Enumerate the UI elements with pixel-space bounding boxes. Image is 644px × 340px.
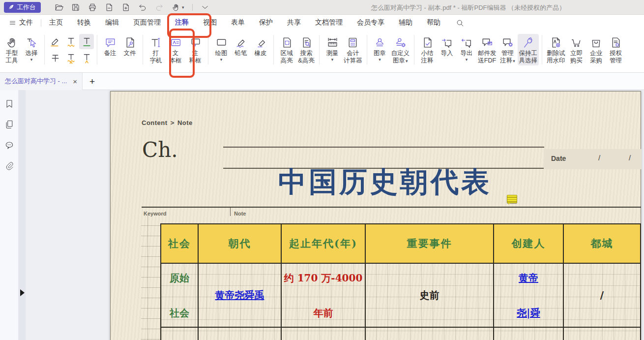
ribbon-insert-text-button[interactable] <box>79 50 94 65</box>
ribbon-stamp-button[interactable]: 图章▾ <box>370 34 390 63</box>
ribbon-license-manage-button[interactable]: 授权管理 <box>606 34 626 65</box>
ribbon-calculator-button[interactable]: 会计计算器 <box>342 34 364 65</box>
titlebar: 工作台 ▾ 怎么面对高中学习 - 副本.pdf * - 福昕PDF编辑器 （未经… <box>0 0 644 15</box>
ribbon-highlight-button[interactable] <box>48 34 62 49</box>
ribbon-summarize-comments-button[interactable]: 小结注释 <box>417 34 437 65</box>
ribbon-pencil-button[interactable]: 铅笔 <box>231 34 251 58</box>
toolbar-separator <box>192 4 193 11</box>
page-thumbnails-icon[interactable] <box>4 120 14 129</box>
menu-convert[interactable]: 转换 <box>77 18 91 27</box>
menu-home[interactable]: 主页 <box>49 18 63 27</box>
menu-form[interactable]: 表单 <box>231 18 245 27</box>
ribbon-buy-now-button[interactable]: 立即购买 <box>567 34 586 65</box>
ribbon-separator <box>319 35 320 64</box>
remove-page-icon[interactable] <box>105 3 114 12</box>
header-events: 重要事件 <box>366 224 494 263</box>
customize-toolbar-chevron-icon[interactable] <box>201 3 209 12</box>
document-tabbar: 怎么面对高中学习 - ... × + <box>0 73 644 90</box>
ribbon-underline-button[interactable] <box>79 34 94 49</box>
ribbon-squiggly-underline-button[interactable] <box>63 34 78 49</box>
menu-member[interactable]: 会员专享 <box>357 18 384 27</box>
menu-file[interactable]: 文件 <box>9 18 33 27</box>
document-viewport[interactable]: Content > Note Ch. Date / / 中国历史朝代表 Keyw… <box>26 90 644 340</box>
ribbon-replace-text-button[interactable] <box>63 50 78 65</box>
dynasty-link[interactable]: 黄帝尧舜禹 <box>215 289 264 302</box>
founder-link[interactable]: 尧|舜 <box>517 307 540 320</box>
shopping-bag-icon <box>590 36 602 49</box>
ribbon-area-highlight-button[interactable]: 区域高亮 <box>277 34 296 65</box>
workspace-button[interactable]: 工作台 <box>4 2 41 13</box>
menu-view[interactable]: 视图 <box>203 18 217 27</box>
ribbon-eraser-button[interactable]: 橡皮 <box>251 34 270 58</box>
menu-share[interactable]: 共享 <box>287 18 301 27</box>
header-founder: 创建人 <box>494 224 564 263</box>
menu-page-manage[interactable]: 页面管理 <box>133 18 161 27</box>
panel-expand-handle[interactable] <box>20 289 25 296</box>
ribbon-textbox-button[interactable]: 文本框 <box>166 34 185 65</box>
menu-assist[interactable]: 辅助 <box>399 18 412 27</box>
ribbon-separator <box>208 35 208 64</box>
menu-help[interactable]: 帮助 <box>427 18 440 27</box>
pencil-icon <box>235 36 247 49</box>
ribbon-keep-tool-selected-button[interactable]: 保持工具选择 <box>518 34 539 65</box>
menu-edit[interactable]: 编辑 <box>105 18 119 27</box>
founder-link[interactable]: 黄帝 <box>519 272 538 285</box>
highlighter-icon <box>49 35 61 48</box>
ribbon-note-button[interactable]: 备注 <box>100 34 120 58</box>
ribbon: 手型工具 选择▾ 备注 <box>0 31 644 73</box>
ribbon-hand-tool-button[interactable]: 手型工具 <box>2 34 22 65</box>
menu-protect[interactable]: 保护 <box>259 18 273 27</box>
ribbon-manage-comments-button[interactable]: 管理注释▾ <box>498 34 518 66</box>
document-tab[interactable]: 怎么面对高中学习 - ... × <box>0 73 83 90</box>
open-icon[interactable] <box>55 3 63 12</box>
hand-select-dropdown[interactable]: ▾ <box>172 3 184 12</box>
shopping-cart-icon <box>570 36 583 49</box>
ribbon-separator <box>97 35 97 64</box>
sticky-note-annotation-icon[interactable] <box>507 195 517 203</box>
tab-close-icon[interactable]: × <box>73 78 77 85</box>
ribbon-remove-watermark-button[interactable]: 删除试用水印 <box>545 34 567 65</box>
print-icon[interactable] <box>88 3 97 12</box>
cell-dynasty: 黄帝尧舜禹 <box>199 264 282 327</box>
measure-icon <box>326 36 339 49</box>
window-title: 怎么面对高中学习 - 副本.pdf * - 福昕PDF编辑器 （未经授权的产品） <box>371 3 565 12</box>
ribbon-import-comments-button[interactable]: 导入 <box>437 34 457 58</box>
ribbon-callout-button[interactable]: 注释框 <box>185 34 205 65</box>
ribbon-separator <box>367 35 367 64</box>
squiggly-underline-icon <box>65 35 77 48</box>
note-column-label: Note <box>234 211 246 216</box>
redo-icon[interactable] <box>155 3 164 12</box>
ribbon-select-button[interactable]: 选择▾ <box>22 34 41 63</box>
search-icon[interactable] <box>456 19 464 27</box>
horizontal-rule <box>142 207 641 208</box>
ribbon-enterprise-purchase-button[interactable]: 企业采购 <box>586 34 606 65</box>
hamburger-icon <box>9 19 16 27</box>
callout-icon <box>189 36 202 49</box>
insert-page-icon[interactable] <box>121 3 130 12</box>
document-tab-label: 怎么面对高中学习 - ... <box>5 77 68 86</box>
insert-text-icon <box>81 52 93 64</box>
ribbon-search-highlight-button[interactable]: 搜索&高亮 <box>296 34 316 65</box>
export-comments-icon <box>461 36 473 49</box>
ribbon-file-attach-button[interactable]: 文件 <box>120 34 140 58</box>
menu-doc-manage[interactable]: 文档管理 <box>315 18 343 27</box>
bookmark-icon[interactable] <box>4 99 14 109</box>
save-icon[interactable] <box>71 3 80 12</box>
table-body: 原始 社会 黄帝尧舜禹 约 170 万-4000 年前 史前 <box>161 263 640 340</box>
comments-icon[interactable] <box>4 140 14 150</box>
ribbon-separator <box>414 35 414 64</box>
ribbon-typewriter-button[interactable]: 打字机 <box>146 34 166 65</box>
undo-icon[interactable] <box>138 3 147 12</box>
ribbon-measure-button[interactable]: 测量▾ <box>322 34 342 63</box>
chevron-down-icon: ▾ <box>182 5 184 10</box>
attachments-icon[interactable] <box>4 161 14 171</box>
ribbon-custom-stamp-button[interactable]: 自定义图章▾ <box>390 34 411 66</box>
ribbon-email-fdf-button[interactable]: 邮件发送FDF <box>476 34 498 65</box>
app-window: 工作台 ▾ 怎么面对高中学习 - 副本.pdf * - 福昕PDF编辑器 （未经… <box>0 0 644 340</box>
new-tab-button[interactable]: + <box>89 77 95 86</box>
select-cursor-icon <box>26 36 38 49</box>
menu-comment[interactable]: 注释 <box>175 18 189 27</box>
ribbon-export-comments-button[interactable]: 导出▾ <box>457 34 476 63</box>
ribbon-draw-button[interactable]: 绘图▾ <box>211 34 231 63</box>
ribbon-strikeout-button[interactable] <box>48 50 62 65</box>
